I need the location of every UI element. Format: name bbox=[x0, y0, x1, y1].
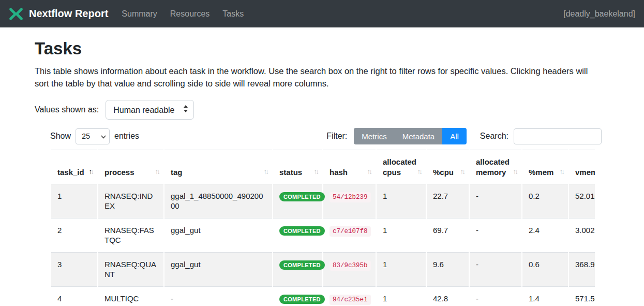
column-header-task-id[interactable]: task_id ↑↓ bbox=[51, 150, 97, 184]
status-badge: COMPLETED bbox=[279, 260, 325, 270]
column-header-pcpu[interactable]: %cpu ↑↓ bbox=[427, 150, 469, 184]
top-navbar: Nextflow Report Summary Resources Tasks … bbox=[0, 0, 644, 27]
cell-task-id: 3 bbox=[51, 253, 97, 287]
nav-item-summary[interactable]: Summary bbox=[122, 9, 157, 19]
cell-status: COMPLETED bbox=[273, 184, 322, 218]
filter-label: Filter: bbox=[326, 132, 347, 141]
cell-hash: c7/e107f8 bbox=[323, 218, 376, 253]
sort-icon: ↑↓ bbox=[155, 167, 159, 177]
hash-code: 83/9c395b bbox=[330, 260, 371, 271]
search-label: Search: bbox=[480, 132, 508, 141]
column-header-vmem[interactable]: vmem ↑↓ bbox=[569, 150, 595, 184]
cell-tag: - bbox=[164, 287, 272, 306]
cell-allocated-memory: - bbox=[470, 184, 521, 218]
sort-desc-icon: ↓ bbox=[561, 167, 563, 177]
cell-pmem: 0.2 bbox=[522, 184, 568, 218]
cell-pmem: 1.4 bbox=[522, 287, 568, 306]
sort-icon: ↑↓ bbox=[89, 167, 93, 177]
filter-all-button[interactable]: All bbox=[442, 128, 467, 144]
cell-status: COMPLETED bbox=[273, 287, 322, 306]
values-shown-row: Values shown as: Human readable bbox=[35, 100, 602, 120]
nav-item-resources[interactable]: Resources bbox=[170, 9, 209, 19]
search-input[interactable] bbox=[514, 128, 602, 144]
sort-desc-icon: ↓ bbox=[419, 167, 421, 177]
cell-hash: 94/c235e1 bbox=[323, 287, 376, 306]
nav-item-tasks[interactable]: Tasks bbox=[222, 9, 244, 19]
cell-process: MULTIQC bbox=[98, 287, 163, 306]
cell-vmem: 3.002 bbox=[569, 218, 595, 253]
cell-allocated-cpus: 1 bbox=[377, 253, 426, 287]
show-label: Show bbox=[50, 132, 71, 141]
cell-process: RNASEQ:INDEX bbox=[98, 184, 163, 218]
cell-task-id: 2 bbox=[51, 218, 97, 253]
cell-tag: ggal_gut bbox=[164, 253, 272, 287]
cell-process: RNASEQ:FASTQC bbox=[98, 218, 163, 253]
status-badge: COMPLETED bbox=[279, 295, 325, 304]
cell-allocated-cpus: 1 bbox=[377, 287, 426, 306]
status-badge: COMPLETED bbox=[279, 192, 325, 201]
column-header-process[interactable]: process ↑↓ bbox=[98, 150, 163, 184]
sort-icon: ↑↓ bbox=[560, 167, 564, 177]
cell-pmem: 2.4 bbox=[522, 218, 568, 253]
cell-allocated-memory: - bbox=[470, 218, 521, 253]
navbar-links: Summary Resources Tasks bbox=[122, 9, 257, 19]
filter-button-group: Metrics Metadata All bbox=[354, 128, 467, 144]
sort-icon: ↑↓ bbox=[513, 167, 517, 177]
sort-desc-icon: ↓ bbox=[316, 167, 318, 177]
app-brand[interactable]: Nextflow Report bbox=[29, 8, 108, 20]
page-title: Tasks bbox=[35, 39, 602, 59]
cell-allocated-cpus: 1 bbox=[377, 218, 426, 253]
table-row: 2 RNASEQ:FASTQC ggal_gut COMPLETED c7/e1… bbox=[51, 218, 595, 253]
sort-desc-icon: ↓ bbox=[369, 167, 371, 177]
sort-desc-icon: ↓ bbox=[515, 167, 517, 177]
filter-metrics-button[interactable]: Metrics bbox=[354, 128, 394, 144]
column-header-pmem[interactable]: %mem ↑↓ bbox=[522, 150, 568, 184]
run-name-label: [deadly_baekeland] bbox=[563, 9, 635, 19]
cell-pcpu: 42.8 bbox=[427, 287, 469, 306]
cell-status: COMPLETED bbox=[273, 218, 322, 253]
tasks-table-container[interactable]: task_id ↑↓ process ↑↓ tag ↑↓ status ↑↓ h… bbox=[50, 150, 595, 306]
entries-label: entries bbox=[114, 132, 139, 141]
cell-tag: ggal_gut bbox=[164, 218, 272, 253]
table-row: 1 RNASEQ:INDEX ggal_1_48850000_49020000 … bbox=[51, 184, 595, 218]
cell-task-id: 1 bbox=[51, 184, 97, 218]
page-description: This table shows information about each … bbox=[35, 65, 602, 90]
nextflow-logo-icon bbox=[9, 7, 23, 21]
cell-process: RNASEQ:QUANT bbox=[98, 253, 163, 287]
cell-status: COMPLETED bbox=[273, 253, 322, 287]
sort-desc-icon: ↓ bbox=[91, 167, 93, 177]
filter-metadata-button[interactable]: Metadata bbox=[395, 128, 443, 144]
cell-pcpu: 69.7 bbox=[427, 218, 469, 253]
cell-pcpu: 9.6 bbox=[427, 253, 469, 287]
hash-code: 94/c235e1 bbox=[330, 295, 371, 305]
cell-hash: 54/12b239 bbox=[323, 184, 376, 218]
cell-hash: 83/9c395b bbox=[323, 253, 376, 287]
column-header-allocated-cpus[interactable]: allocated cpus ↑↓ bbox=[377, 150, 426, 184]
values-shown-select[interactable]: Human readable bbox=[106, 100, 194, 120]
cell-task-id: 4 bbox=[51, 287, 97, 306]
cell-tag: ggal_1_48850000_49020000 bbox=[164, 184, 272, 218]
cell-pcpu: 22.7 bbox=[427, 184, 469, 218]
hash-code: 54/12b239 bbox=[330, 192, 371, 202]
cell-vmem: 52.016 MB bbox=[569, 184, 595, 218]
cell-allocated-memory: - bbox=[470, 253, 521, 287]
sort-desc-icon: ↓ bbox=[462, 167, 464, 177]
page-length-select[interactable]: 25 bbox=[76, 128, 110, 144]
sort-desc-icon: ↓ bbox=[265, 167, 267, 177]
column-header-allocated-memory[interactable]: allocated memory ↑↓ bbox=[470, 150, 521, 184]
column-header-hash[interactable]: hash ↑↓ bbox=[323, 150, 376, 184]
sort-icon: ↑↓ bbox=[460, 167, 465, 177]
cell-allocated-cpus: 1 bbox=[377, 184, 426, 218]
values-shown-label: Values shown as: bbox=[35, 105, 99, 114]
sort-icon: ↑↓ bbox=[314, 167, 318, 177]
hash-code: c7/e107f8 bbox=[330, 226, 371, 237]
sort-icon: ↑↓ bbox=[417, 167, 422, 177]
sort-icon: ↑↓ bbox=[367, 167, 371, 177]
column-header-status[interactable]: status ↑↓ bbox=[273, 150, 322, 184]
table-row: 3 RNASEQ:QUANT ggal_gut COMPLETED 83/9c3… bbox=[51, 253, 595, 287]
cell-allocated-memory: - bbox=[470, 287, 521, 306]
main-content: Tasks This table shows information about… bbox=[0, 27, 644, 306]
table-controls-row: Show 25 entries Filter: Metrics Metadata… bbox=[50, 128, 602, 144]
column-header-tag[interactable]: tag ↑↓ bbox=[164, 150, 272, 184]
cell-vmem: 368.95 MB bbox=[569, 253, 595, 287]
